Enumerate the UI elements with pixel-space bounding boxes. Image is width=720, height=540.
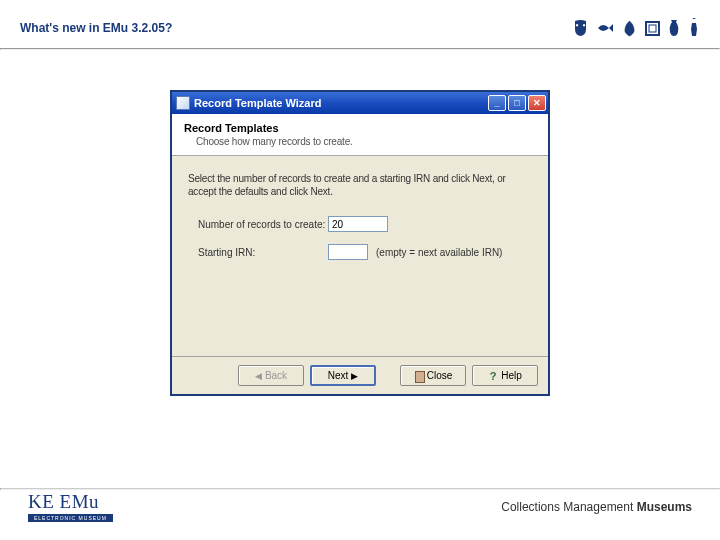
window-close-button[interactable]: ✕ [528, 95, 546, 111]
help-button-label: Help [501, 370, 522, 381]
wizard-body: Select the number of records to create a… [172, 156, 548, 356]
footer-tagline: Collections Management Museums [501, 500, 692, 514]
leaf-icon [622, 20, 637, 37]
app-icon [176, 96, 190, 110]
back-arrow-icon: ◀ [255, 371, 262, 381]
statue-icon [688, 18, 700, 38]
frame-icon [645, 20, 660, 37]
window-titlebar: Record Template Wizard _ □ ✕ [172, 92, 548, 114]
vase-icon [668, 19, 680, 37]
window-title: Record Template Wizard [194, 97, 321, 109]
fish-icon [596, 21, 614, 35]
wizard-section-title: Record Templates [184, 122, 536, 134]
back-button[interactable]: ◀ Back [238, 365, 304, 386]
svg-rect-1 [649, 25, 656, 32]
slide-footer: KE EMu ELECTRONIC MUSEUM Collections Man… [0, 491, 720, 522]
back-button-label: Back [265, 370, 287, 381]
minimize-button[interactable]: _ [488, 95, 506, 111]
wizard-header: Record Templates Choose how many records… [172, 114, 548, 156]
footer-logo-sub: ELECTRONIC MUSEUM [28, 514, 113, 522]
button-spacer [382, 365, 394, 386]
mask-icon [573, 19, 588, 37]
footer-logo-main: KE EMu [28, 491, 99, 513]
num-records-row: Number of records to create: [188, 216, 532, 232]
question-icon: ? [488, 370, 498, 382]
wizard-window: Record Template Wizard _ □ ✕ Record Temp… [170, 90, 550, 396]
slide-title: What's new in EMu 3.2.05? [20, 21, 172, 35]
door-icon [414, 370, 424, 382]
footer-tagline-bold: Museums [637, 500, 692, 514]
starting-irn-label: Starting IRN: [198, 247, 328, 258]
starting-irn-row: Starting IRN: (empty = next available IR… [188, 244, 532, 260]
next-arrow-icon: ▶ [351, 371, 358, 381]
starting-irn-hint: (empty = next available IRN) [376, 247, 502, 258]
svg-rect-0 [646, 22, 659, 35]
header-icon-row [573, 18, 700, 38]
wizard-section-subtitle: Choose how many records to create. [184, 136, 536, 147]
num-records-label: Number of records to create: [198, 219, 328, 230]
maximize-button[interactable]: □ [508, 95, 526, 111]
footer-tagline-prefix: Collections Management [501, 500, 636, 514]
footer-divider [0, 488, 720, 490]
next-button[interactable]: Next ▶ [310, 365, 376, 386]
wizard-footer: ◀ Back Next ▶ Close ? Help [172, 356, 548, 394]
titlebar-left: Record Template Wizard [176, 96, 321, 110]
starting-irn-input[interactable] [328, 244, 368, 260]
window-controls: _ □ ✕ [488, 95, 546, 111]
close-button[interactable]: Close [400, 365, 466, 386]
footer-logo: KE EMu ELECTRONIC MUSEUM [28, 491, 113, 522]
wizard-instructions: Select the number of records to create a… [188, 172, 532, 198]
num-records-input[interactable] [328, 216, 388, 232]
slide-header: What's new in EMu 3.2.05? [0, 0, 720, 48]
help-button[interactable]: ? Help [472, 365, 538, 386]
slide-content: Record Template Wizard _ □ ✕ Record Temp… [0, 50, 720, 396]
close-button-label: Close [427, 370, 453, 381]
next-button-label: Next [328, 370, 349, 381]
